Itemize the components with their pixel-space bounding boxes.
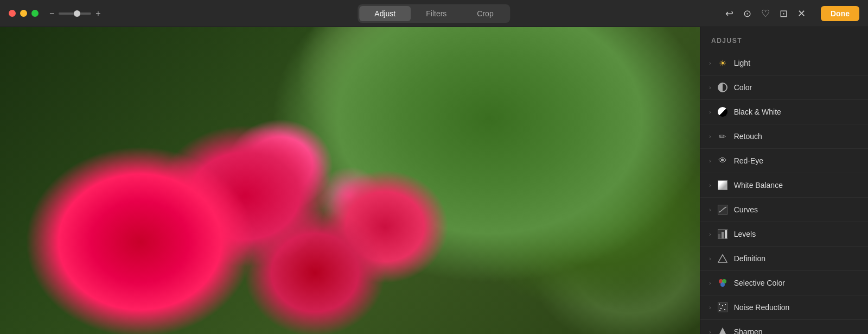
svg-marker-5 — [718, 255, 727, 262]
adjust-item-retouch[interactable]: › ✏ Retouch — [700, 124, 868, 149]
levels-icon — [717, 228, 729, 240]
chevron-icon: › — [709, 109, 711, 115]
fullscreen-button[interactable] — [31, 10, 39, 17]
panel-title: ADJUST — [700, 27, 868, 51]
tab-crop[interactable]: Crop — [462, 6, 508, 21]
svg-rect-15 — [719, 310, 720, 311]
tab-adjust[interactable]: Adjust — [359, 6, 411, 21]
chevron-icon: › — [709, 60, 711, 66]
svg-rect-2 — [718, 234, 720, 238]
photo-area — [0, 27, 700, 334]
selective-color-icon — [717, 277, 729, 289]
toolbar-right: ↩ ⊙ ♡ ⊡ ✕ Done — [725, 6, 859, 21]
zoom-out-button[interactable]: − — [49, 9, 54, 18]
white-balance-icon — [717, 179, 729, 191]
light-icon: ☀ — [717, 57, 729, 69]
svg-rect-4 — [725, 230, 727, 238]
item-label-color: Color — [734, 83, 752, 92]
chevron-icon: › — [709, 157, 711, 164]
revert-icon[interactable]: ↩ — [725, 8, 733, 20]
extensions-icon[interactable]: ✕ — [797, 8, 806, 20]
main-content: ADJUST › ☀ Light › Color › Black & White — [0, 27, 868, 334]
item-label-sharpen: Sharpen — [734, 327, 763, 334]
tab-bar: Adjust Filters Crop — [358, 4, 510, 23]
chevron-icon: › — [709, 329, 711, 334]
adjust-item-light[interactable]: › ☀ Light — [700, 51, 868, 75]
definition-icon — [717, 253, 729, 264]
item-label-black-white: Black & White — [734, 108, 781, 116]
chevron-icon: › — [709, 182, 711, 188]
svg-rect-13 — [720, 308, 722, 309]
item-label-red-eye: Red-Eye — [734, 156, 763, 165]
zoom-in-button[interactable]: + — [95, 9, 100, 18]
svg-rect-14 — [724, 309, 725, 310]
minimize-button[interactable] — [20, 10, 27, 17]
noise-reduction-icon — [717, 301, 729, 313]
right-panel: ADJUST › ☀ Light › Color › Black & White — [700, 27, 868, 334]
item-label-levels: Levels — [734, 230, 756, 238]
item-label-selective-color: Selective Color — [734, 279, 785, 287]
chevron-icon: › — [709, 280, 711, 286]
adjust-item-selective-color[interactable]: › Selective Color — [700, 271, 868, 295]
zoom-slider-thumb — [74, 10, 80, 17]
item-label-white-balance: White Balance — [734, 181, 783, 190]
heart-icon[interactable]: ♡ — [761, 8, 770, 20]
item-label-definition: Definition — [734, 254, 765, 263]
adjust-item-red-eye[interactable]: › 👁 Red-Eye — [700, 149, 868, 173]
crop-icon[interactable]: ⊡ — [780, 8, 788, 20]
adjust-item-sharpen[interactable]: › Sharpen — [700, 320, 868, 334]
black-white-icon — [717, 106, 729, 118]
titlebar: − + Adjust Filters Crop ↩ ⊙ ♡ ⊡ ✕ Done — [0, 0, 868, 27]
item-label-retouch: Retouch — [734, 132, 762, 141]
tab-filters[interactable]: Filters — [411, 6, 462, 21]
svg-marker-16 — [718, 327, 727, 334]
adjust-item-levels[interactable]: › Levels — [700, 222, 868, 247]
svg-point-8 — [720, 282, 725, 287]
done-button[interactable]: Done — [821, 6, 859, 21]
item-label-curves: Curves — [734, 205, 758, 214]
item-label-noise-reduction: Noise Reduction — [734, 303, 790, 312]
sharpen-icon — [717, 326, 729, 334]
zoom-controls: − + — [49, 9, 101, 18]
adjust-item-color[interactable]: › Color — [700, 75, 868, 100]
retouch-icon: ✏ — [717, 130, 729, 142]
chevron-icon: › — [709, 231, 711, 237]
close-button[interactable] — [9, 10, 16, 17]
chevron-icon: › — [709, 84, 711, 91]
svg-rect-12 — [725, 304, 726, 305]
traffic-lights — [9, 10, 39, 17]
chevron-icon: › — [709, 206, 711, 213]
svg-rect-10 — [719, 304, 720, 305]
svg-rect-3 — [722, 232, 724, 238]
red-eye-icon: 👁 — [717, 155, 729, 167]
zoom-slider[interactable] — [59, 12, 91, 15]
adjust-item-noise-reduction[interactable]: › Noise Reduction — [700, 295, 868, 320]
color-icon — [717, 81, 729, 93]
adjust-item-curves[interactable]: › Curves — [700, 198, 868, 222]
adjust-item-definition[interactable]: › Definition — [700, 247, 868, 271]
chevron-icon: › — [709, 304, 711, 311]
item-label-light: Light — [734, 59, 750, 67]
chevron-icon: › — [709, 133, 711, 140]
compare-icon[interactable]: ⊙ — [743, 8, 751, 20]
svg-rect-11 — [722, 305, 723, 306]
photo-background — [0, 27, 700, 334]
adjust-item-white-balance[interactable]: › White Balance — [700, 173, 868, 198]
chevron-icon: › — [709, 255, 711, 262]
adjust-item-black-white[interactable]: › Black & White — [700, 100, 868, 124]
curves-icon — [717, 204, 729, 216]
